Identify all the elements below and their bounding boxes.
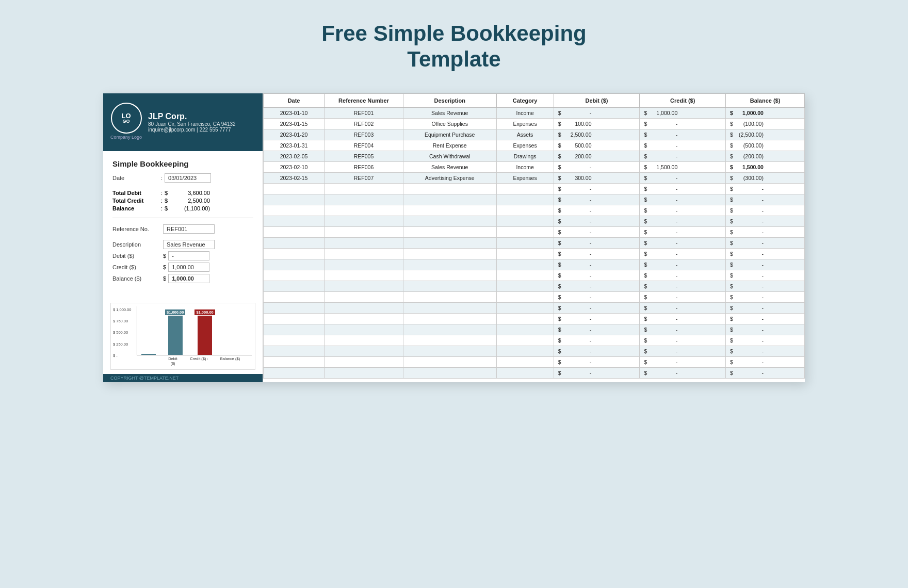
cell-empty [264,183,325,194]
cell-empty [403,259,496,270]
bar-debit-rect [141,354,156,355]
page-title: Free Simple Bookkeeping Template [321,21,586,73]
cell-balance: $(2,500.00) [726,129,805,140]
cell-debit: $100.00 [554,118,640,129]
cell-empty [496,335,554,346]
cell-empty [325,270,403,281]
cell-empty [403,302,496,313]
debit-value: - [168,251,209,260]
cell-debit-empty: $- [554,226,640,237]
cell-cat: Assets [496,129,554,140]
total-credit-value: 2,500.00 [174,198,210,204]
cell-balance-empty: $- [726,291,805,302]
cell-credit-empty: $- [640,259,726,270]
cell-debit-empty: $- [554,270,640,281]
cell-balance-empty: $- [726,335,805,346]
cell-cat: Income [496,107,554,118]
table-row-empty: $- $- $- [264,205,805,216]
left-panel: LO GO Company Logo JLP Corp. 80 Juan Cir… [103,93,263,382]
cell-empty [264,302,325,313]
bar-credit: $1,000.00 [165,309,185,355]
section-title: Simple Bookkeeping [112,159,253,168]
cell-balance-empty: $- [726,281,805,291]
cell-empty [264,281,325,291]
cell-debit-empty: $- [554,291,640,302]
cell-empty [325,194,403,205]
table-row-empty: $- $- $- [264,248,805,259]
cell-empty [496,216,554,226]
cell-empty [403,226,496,237]
cell-debit: $- [554,107,640,118]
company-name: JLP Corp. [148,112,236,121]
cell-credit-empty: $- [640,194,726,205]
cell-empty [496,259,554,270]
cell-cat: Expenses [496,118,554,129]
table-row-empty: $- $- $- [264,291,805,302]
table-row-empty: $- $- $- [264,367,805,378]
copyright-bar: COPYRIGHT @TEMPLATE.NET [103,374,263,382]
cell-empty [264,291,325,302]
cell-credit: $- [640,118,726,129]
cell-empty [264,194,325,205]
cell-empty [264,324,325,335]
cell-empty [325,248,403,259]
cell-empty [325,335,403,346]
copyright-text: COPYRIGHT @TEMPLATE.NET [110,375,179,381]
total-debit-row: Total Debit : $ 3,600.00 [112,190,253,196]
table-row: 2023-01-20REF003Equipment PurchaseAssets… [264,129,805,140]
cell-cat: Expenses [496,172,554,183]
cell-empty [264,356,325,367]
date-row: Date : 03/01/2023 [112,173,253,183]
cell-empty [325,291,403,302]
table-row: 2023-01-10REF001Sales RevenueIncome $- $… [264,107,805,118]
cell-balance-empty: $- [726,237,805,248]
company-header: LO GO Company Logo JLP Corp. 80 Juan Cir… [103,93,263,151]
bar-balance-rect [198,316,212,355]
col-header-date: Date [264,93,325,107]
cell-ref: REF005 [325,151,403,161]
table-row-empty: $- $- $- [264,356,805,367]
cell-desc: Rent Expense [403,140,496,151]
table-row-empty: $- $- $- [264,216,805,226]
cell-empty [403,216,496,226]
cell-empty [403,291,496,302]
data-table: Date Reference Number Description Catego… [263,93,805,379]
desc-value: Sales Revenue [163,240,215,249]
total-credit-row: Total Credit : $ 2,500.00 [112,198,253,204]
col-header-desc: Description [403,93,496,107]
cell-desc: Sales Revenue [403,107,496,118]
cell-empty [496,248,554,259]
cell-credit: $- [640,129,726,140]
cell-empty [264,346,325,356]
cell-balance-empty: $- [726,216,805,226]
cell-ref: REF002 [325,118,403,129]
cell-balance-empty: $- [726,259,805,270]
balance-value: (1,100.00) [174,205,210,211]
form-content: Simple Bookkeeping Date : 03/01/2023 Tot… [103,151,263,298]
cell-empty [264,259,325,270]
table-row-empty: $- $- $- [264,335,805,346]
cell-desc: Advertising Expense [403,172,496,183]
cell-empty [264,216,325,226]
cell-empty [496,205,554,216]
cell-credit-empty: $- [640,226,726,237]
cell-date: 2023-02-05 [264,151,325,161]
table-row-empty: $- $- $- [264,324,805,335]
cell-debit: $300.00 [554,172,640,183]
cell-empty [264,335,325,346]
cell-credit-empty: $- [640,335,726,346]
col-header-credit: Credit ($) [640,93,726,107]
table-row-empty: $- $- $- [264,183,805,194]
cell-empty [325,313,403,324]
table-row: 2023-01-15REF002Office SuppliesExpenses … [264,118,805,129]
cell-desc: Office Supplies [403,118,496,129]
cell-balance-empty: $- [726,205,805,216]
cell-balance: $(500.00) [726,140,805,151]
cell-balance-empty: $- [726,183,805,194]
cell-credit-empty: $- [640,367,726,378]
table-row: 2023-01-31REF004Rent ExpenseExpenses $50… [264,140,805,151]
table-row-empty: $- $- $- [264,259,805,270]
cell-balance-empty: $- [726,356,805,367]
cell-empty [403,270,496,281]
cell-empty [264,270,325,281]
